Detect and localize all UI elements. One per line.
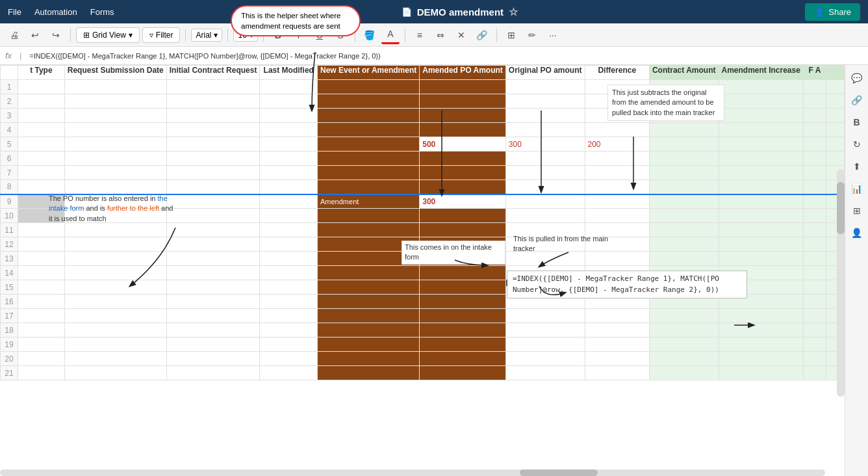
cell-date[interactable] bbox=[64, 323, 166, 337]
clear-button[interactable]: ✕ bbox=[452, 26, 470, 44]
cell-modified[interactable] bbox=[260, 323, 318, 337]
cell-contract[interactable] bbox=[649, 180, 719, 194]
cell-contract[interactable] bbox=[649, 309, 719, 323]
cell-difference[interactable] bbox=[585, 237, 649, 252]
sidebar-chart-icon[interactable]: 📊 bbox=[848, 179, 866, 198]
cell-difference[interactable] bbox=[585, 209, 649, 223]
cell-difference[interactable] bbox=[585, 295, 649, 309]
cell-modified[interactable] bbox=[260, 109, 318, 123]
cell-event[interactable]: Amendment bbox=[318, 194, 420, 209]
cell-amended[interactable] bbox=[420, 337, 506, 352]
cell-amended[interactable] bbox=[420, 366, 506, 380]
cell-modified[interactable] bbox=[260, 137, 318, 152]
cell-type[interactable] bbox=[18, 309, 65, 323]
col-header-date[interactable]: Request Submission Date bbox=[64, 66, 166, 80]
cell-date[interactable] bbox=[64, 295, 166, 309]
cell-contract[interactable] bbox=[649, 366, 719, 380]
cell-amended[interactable] bbox=[420, 166, 506, 180]
star-icon[interactable]: ☆ bbox=[509, 6, 518, 18]
cell-original[interactable] bbox=[505, 280, 585, 295]
cell-event[interactable] bbox=[318, 366, 420, 380]
cell-type[interactable] bbox=[18, 295, 65, 309]
cell-increase[interactable] bbox=[719, 352, 803, 366]
cell-increase[interactable] bbox=[719, 109, 803, 123]
draw-button[interactable]: ✏ bbox=[523, 26, 541, 44]
col-header-modified[interactable]: Last Modified bbox=[260, 66, 318, 80]
cell-fa[interactable] bbox=[803, 223, 826, 237]
cell-original[interactable] bbox=[505, 152, 585, 166]
cell-date[interactable] bbox=[64, 180, 166, 194]
cell-initial[interactable] bbox=[166, 137, 260, 152]
cell-fa[interactable] bbox=[803, 352, 826, 366]
cell-type[interactable] bbox=[18, 94, 65, 109]
cell-increase[interactable] bbox=[719, 295, 803, 309]
font-selector[interactable]: Arial ▾ bbox=[191, 29, 222, 42]
text-color-button[interactable]: A bbox=[381, 26, 400, 44]
cell-modified[interactable] bbox=[260, 337, 318, 352]
cell-initial[interactable] bbox=[166, 94, 260, 109]
cell-amended[interactable] bbox=[420, 295, 506, 309]
cell-modified[interactable] bbox=[260, 94, 318, 109]
cell-event[interactable] bbox=[318, 166, 420, 180]
cell-initial[interactable] bbox=[166, 266, 260, 280]
cell-type[interactable] bbox=[18, 280, 65, 295]
cell-date[interactable] bbox=[64, 123, 166, 137]
cell-extra[interactable] bbox=[826, 80, 845, 94]
cell-date[interactable] bbox=[64, 209, 166, 223]
cell-extra[interactable] bbox=[826, 123, 845, 137]
cell-contract[interactable] bbox=[649, 123, 719, 137]
cell-date[interactable] bbox=[64, 137, 166, 152]
cell-event[interactable] bbox=[318, 94, 420, 109]
cell-event[interactable] bbox=[318, 237, 420, 252]
cell-contract[interactable] bbox=[649, 295, 719, 309]
cell-contract[interactable] bbox=[649, 323, 719, 337]
undo-icon[interactable]: ↩ bbox=[26, 26, 44, 44]
cell-initial[interactable] bbox=[166, 309, 260, 323]
cell-event[interactable] bbox=[318, 280, 420, 295]
cell-increase[interactable] bbox=[719, 166, 803, 180]
cell-difference[interactable] bbox=[585, 194, 649, 209]
cell-original[interactable] bbox=[505, 223, 585, 237]
cell-modified[interactable] bbox=[260, 366, 318, 380]
cell-increase[interactable] bbox=[719, 280, 803, 295]
cell-modified[interactable] bbox=[260, 295, 318, 309]
cell-modified[interactable] bbox=[260, 123, 318, 137]
cell-contract[interactable] bbox=[649, 194, 719, 209]
cell-amended[interactable] bbox=[420, 280, 506, 295]
cell-contract[interactable] bbox=[649, 137, 719, 152]
cell-modified[interactable] bbox=[260, 266, 318, 280]
cell-increase[interactable] bbox=[719, 223, 803, 237]
cell-type[interactable] bbox=[18, 194, 65, 209]
cell-increase[interactable] bbox=[719, 80, 803, 94]
cell-increase[interactable] bbox=[719, 309, 803, 323]
cell-contract[interactable] bbox=[649, 266, 719, 280]
italic-button[interactable]: I bbox=[290, 26, 308, 44]
cell-amended[interactable]: 300 bbox=[420, 194, 506, 209]
cell-difference[interactable] bbox=[585, 252, 649, 266]
cell-difference[interactable] bbox=[585, 123, 649, 137]
cell-difference[interactable] bbox=[585, 323, 649, 337]
cell-contract[interactable] bbox=[649, 252, 719, 266]
cell-fa[interactable] bbox=[803, 323, 826, 337]
col-header-original[interactable]: Original PO amount bbox=[505, 66, 585, 80]
cell-type[interactable] bbox=[18, 352, 65, 366]
horizontal-scrollbar[interactable] bbox=[0, 469, 825, 476]
col-header-type[interactable]: t Type bbox=[18, 66, 65, 80]
cell-initial[interactable] bbox=[166, 237, 260, 252]
col-header-difference[interactable]: Difference bbox=[585, 66, 649, 80]
cell-date[interactable] bbox=[64, 94, 166, 109]
cell-original[interactable] bbox=[505, 252, 585, 266]
more-button[interactable]: ··· bbox=[544, 26, 562, 44]
col-header-fa[interactable]: F A bbox=[803, 66, 826, 80]
cell-initial[interactable] bbox=[166, 223, 260, 237]
cell-type[interactable] bbox=[18, 237, 65, 252]
sidebar-comment-icon[interactable]: 💬 bbox=[848, 69, 866, 87]
bold-button[interactable]: B bbox=[269, 26, 287, 44]
cell-increase[interactable] bbox=[719, 252, 803, 266]
cell-modified[interactable] bbox=[260, 209, 318, 223]
cell-event[interactable] bbox=[318, 252, 420, 266]
share-button[interactable]: 👤 Share bbox=[805, 3, 860, 21]
cell-increase[interactable] bbox=[719, 337, 803, 352]
cell-initial[interactable] bbox=[166, 180, 260, 194]
menu-file[interactable]: File bbox=[8, 7, 21, 17]
